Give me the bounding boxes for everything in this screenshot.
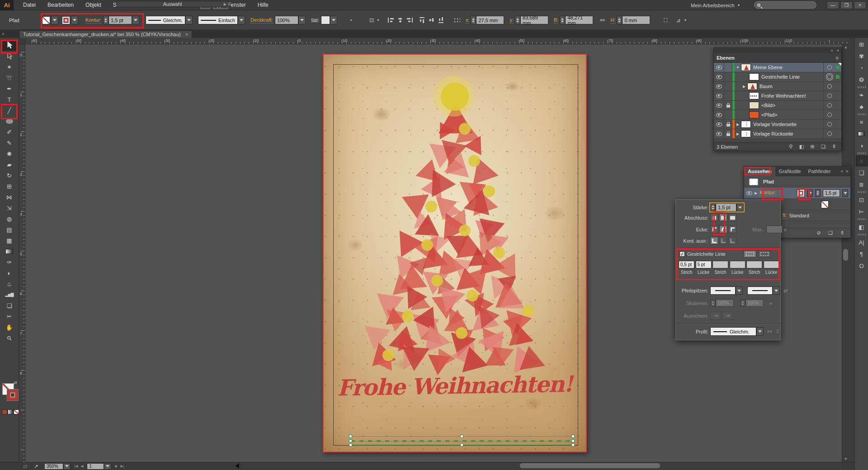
color-mode-button[interactable] xyxy=(2,409,7,414)
target-column[interactable] xyxy=(823,101,835,110)
panel-menu-icon[interactable]: ≡ xyxy=(836,55,839,61)
layer-row-frohe-weihnachten[interactable]: Frohe Weihnachten! xyxy=(714,91,841,101)
layer-row-vorlage-rueckseite[interactable]: ▶ Vorlage Rückseite xyxy=(714,129,841,139)
staerke-control[interactable]: 1,5 pt xyxy=(710,203,744,212)
duplicate-item-icon[interactable]: ❏ xyxy=(826,230,835,236)
vertical-scroll-thumb[interactable] xyxy=(843,249,848,261)
layer-thumbnail[interactable] xyxy=(747,83,757,90)
preserve-dashes-button[interactable] xyxy=(744,250,756,258)
swap-arrowheads-icon[interactable]: ⇄ xyxy=(783,288,788,294)
target-column[interactable] xyxy=(823,129,835,138)
visibility-toggle[interactable] xyxy=(714,82,724,91)
zoom-level-field[interactable]: 350% xyxy=(44,463,63,470)
profil-dropdown[interactable]: Gleichm. xyxy=(710,327,756,336)
scale-end-stepper[interactable] xyxy=(740,299,745,307)
dock-character-icon[interactable]: A| xyxy=(856,237,868,248)
panel-menu-icon[interactable]: ≡ xyxy=(846,169,848,174)
brush-definition-dropdown[interactable] xyxy=(185,16,193,24)
max-value-field[interactable] xyxy=(766,226,783,233)
x-stepper[interactable] xyxy=(471,16,476,24)
width-tool[interactable]: ⋈ xyxy=(2,192,17,202)
eyedropper-tool[interactable]: ✑ xyxy=(2,257,17,268)
profil-arrow[interactable] xyxy=(756,327,764,336)
type-tool[interactable]: T xyxy=(2,94,17,105)
staerke-dropdown[interactable] xyxy=(736,203,744,212)
target-column[interactable] xyxy=(823,63,835,72)
align-middle-button[interactable] xyxy=(429,17,434,23)
selection-handle[interactable] xyxy=(349,439,352,442)
search-input[interactable] xyxy=(754,1,816,9)
dock-align-icon[interactable]: ⊨ xyxy=(856,206,868,217)
artboard-dropdown[interactable] xyxy=(104,463,111,470)
lock-toggle[interactable] xyxy=(724,82,732,91)
selection-indicator[interactable] xyxy=(836,75,840,79)
layer-row-pfad[interactable]: <Pfad> xyxy=(714,110,841,120)
layer-label[interactable]: Gestrichelte Linie xyxy=(761,74,823,80)
cap-butt-button[interactable] xyxy=(710,214,718,221)
rotate-tool[interactable]: ↻ xyxy=(2,170,17,181)
kontur-attribute-link[interactable]: Kontur: xyxy=(760,190,775,196)
visibility-toggle[interactable] xyxy=(714,129,724,138)
lock-toggle[interactable] xyxy=(724,63,732,72)
brush-definition-field[interactable]: Gleichm. xyxy=(146,16,185,24)
layer-label[interactable]: Vorlage Rückseite xyxy=(753,131,823,136)
expand-arrow-icon[interactable]: ▶ xyxy=(735,122,741,127)
artwork-card[interactable]: Frohe Weihnachten! xyxy=(323,54,587,452)
layer-thumbnail[interactable] xyxy=(741,121,751,128)
layer-row-baum[interactable]: ▶ Baum xyxy=(714,82,841,91)
dock-transparency-icon[interactable]: ◑ xyxy=(856,140,868,151)
reference-point-icon[interactable]: ⊡ xyxy=(367,16,376,24)
dock-opentype-icon[interactable]: O xyxy=(856,260,868,271)
dock-appearance-icon[interactable]: ◌ xyxy=(856,155,868,166)
free-transform-tool[interactable]: ⇲ xyxy=(2,202,17,213)
artboard-number-field[interactable]: 1 xyxy=(87,463,104,470)
link-scales-icon[interactable]: ∞ xyxy=(769,301,773,306)
dock-brushes-icon[interactable]: ❧ xyxy=(856,89,868,100)
kontur-stepper[interactable] xyxy=(103,16,108,24)
kontur-stepper[interactable] xyxy=(815,189,821,197)
lock-toggle[interactable] xyxy=(724,72,732,81)
last-artboard-icon[interactable]: ▶| xyxy=(121,464,124,468)
layer-label[interactable]: Vorlage Vorderseite xyxy=(753,122,823,127)
layer-thumbnail[interactable] xyxy=(741,64,751,71)
line-segment-tool[interactable]: ╱ xyxy=(2,105,17,116)
kontur-value-dropdown[interactable] xyxy=(842,189,848,197)
tab-grafikstile[interactable]: Grafikstile xyxy=(775,167,805,176)
menu-objekt[interactable]: Objekt xyxy=(80,0,107,10)
make-clip-mask-icon[interactable]: ◧ xyxy=(797,143,806,150)
paintbrush-tool[interactable]: ✐ xyxy=(2,127,17,137)
new-layer-icon[interactable]: ❏ xyxy=(819,143,828,150)
align-dashes-button[interactable] xyxy=(758,250,771,258)
kontur-dropdown[interactable] xyxy=(132,16,139,24)
slice-tool[interactable]: ✂ xyxy=(2,311,17,322)
arrowhead-end-dropdown[interactable] xyxy=(747,287,773,295)
stroke-color-dropdown[interactable] xyxy=(51,16,58,24)
direct-selection-tool[interactable] xyxy=(2,51,17,61)
join-bevel-button[interactable] xyxy=(728,226,736,233)
menu-hilfe[interactable]: Hilfe xyxy=(252,0,274,10)
cap-projecting-button[interactable] xyxy=(728,214,736,221)
scale-start-field[interactable]: 100% xyxy=(716,299,734,307)
arrowhead-start-dropdown[interactable] xyxy=(710,287,736,295)
dock-transform-icon[interactable]: ⊡ xyxy=(856,194,868,205)
layer-label[interactable]: <Pfad> xyxy=(761,112,823,118)
tab-overflow-icon[interactable]: » xyxy=(2,31,5,36)
document-setup-icon[interactable]: ◔ xyxy=(346,16,355,24)
lasso-tool[interactable]: ➰ xyxy=(2,72,17,83)
pen-tool[interactable]: ✒ xyxy=(2,83,17,94)
visibility-toggle[interactable] xyxy=(714,120,724,129)
new-sublayer-icon[interactable]: ⊞ xyxy=(808,143,817,150)
layer-label[interactable]: Meine Ebene xyxy=(753,65,823,70)
lock-toggle[interactable] xyxy=(724,129,732,138)
symbol-sprayer-tool[interactable]: ♨ xyxy=(2,278,17,289)
delete-item-icon[interactable]: ⚱ xyxy=(838,230,847,236)
transform-grid-icon[interactable] xyxy=(453,17,460,24)
vertical-scrollbar[interactable]: ▲ ▼ xyxy=(842,44,849,462)
isolate-icon[interactable]: ⛶ xyxy=(661,16,670,24)
deckkraft-value-field[interactable]: 100% xyxy=(275,16,298,24)
lock-toggle[interactable] xyxy=(724,91,732,100)
stil-dropdown[interactable] xyxy=(330,16,337,24)
deckkraft-dropdown[interactable] xyxy=(298,16,306,24)
dock-layers-icon[interactable]: ≣ xyxy=(856,179,868,190)
magic-wand-tool[interactable]: ✶ xyxy=(2,61,17,72)
